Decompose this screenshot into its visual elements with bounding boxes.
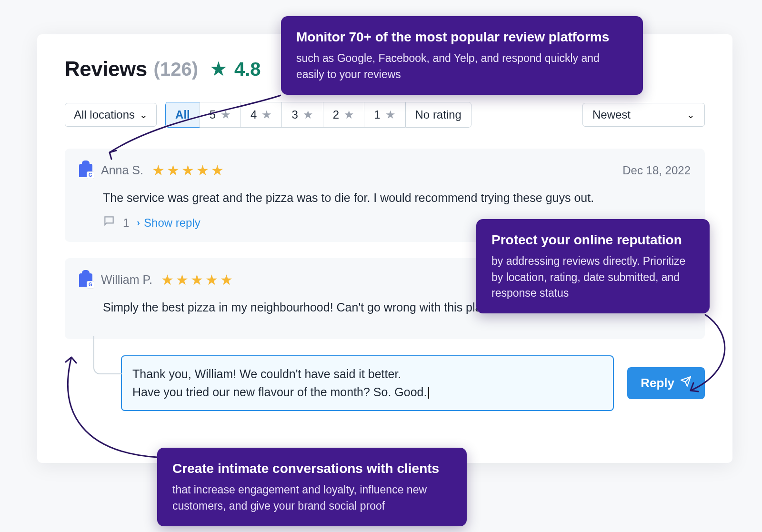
review-count: (126): [154, 59, 198, 80]
reply-composer-row: Thank you, William! We couldn't have sai…: [121, 355, 705, 412]
rating-filter-1[interactable]: 1★: [364, 102, 405, 128]
sort-select[interactable]: Newest ⌄: [582, 103, 705, 127]
reply-textarea[interactable]: Thank you, William! We couldn't have sai…: [121, 355, 614, 412]
review-body: The service was great and the pizza was …: [103, 189, 691, 206]
show-reply-toggle[interactable]: › Show reply: [137, 216, 200, 230]
callout-headline: Monitor 70+ of the most popular review p…: [296, 29, 628, 46]
star-icon: ★: [303, 108, 313, 121]
reply-count: 1: [123, 216, 129, 230]
google-business-icon: [79, 164, 92, 177]
callout-sub: such as Google, Facebook, and Yelp, and …: [296, 50, 628, 82]
callout-intimate-conversations: Create intimate conversations with clien…: [157, 448, 467, 526]
reply-button-label: Reply: [641, 376, 674, 391]
callout-arrow: [681, 314, 738, 400]
callout-headline: Create intimate conversations with clien…: [172, 460, 451, 477]
star-icon: ★: [385, 108, 396, 121]
callout-sub: by addressing reviews directly. Prioriti…: [491, 253, 694, 301]
callout-arrow: [95, 90, 286, 176]
rating-filter-3[interactable]: 3★: [281, 102, 322, 128]
page-title: Reviews: [65, 57, 147, 81]
callout-headline: Protect your online reputation: [491, 231, 694, 249]
review-stars: ★★★★★: [161, 271, 235, 288]
callout-sub: that increase engagement and loyalty, in…: [172, 482, 451, 514]
average-rating: 4.8: [234, 59, 261, 80]
comment-icon: [103, 215, 115, 231]
callout-monitor-platforms: Monitor 70+ of the most popular review p…: [281, 16, 643, 95]
star-icon: ★: [344, 108, 354, 121]
callout-protect-reputation: Protect your online reputation by addres…: [476, 219, 710, 313]
show-reply-label: Show reply: [144, 216, 201, 230]
callout-arrow: [48, 348, 171, 472]
review-author: William P.: [101, 273, 152, 287]
rating-filter-none[interactable]: No rating: [405, 102, 471, 128]
rating-filter-2[interactable]: 2★: [323, 102, 364, 128]
review-date: Dec 18, 2022: [622, 164, 691, 177]
google-business-icon: [79, 273, 92, 287]
chevron-right-icon: ›: [137, 217, 140, 228]
star-icon: ★: [210, 59, 228, 79]
sort-label: Newest: [592, 108, 631, 121]
chevron-down-icon: ⌄: [687, 109, 695, 120]
